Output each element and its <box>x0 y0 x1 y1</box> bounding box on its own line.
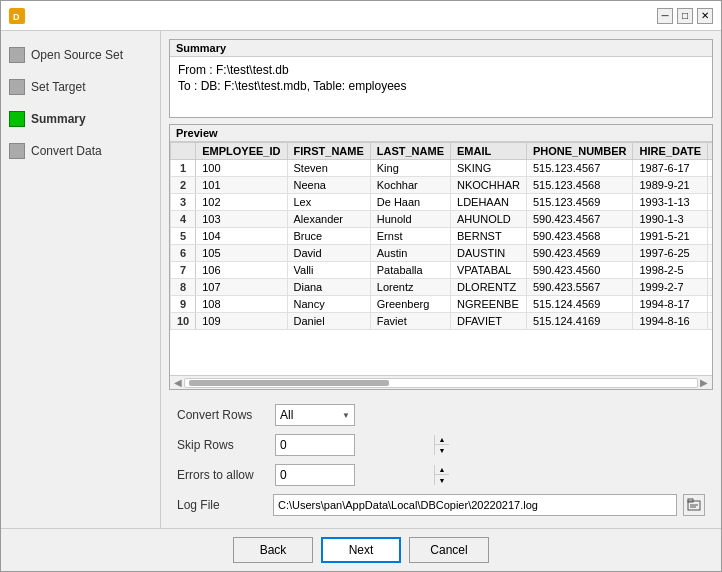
row-cell: Bruce <box>287 228 370 245</box>
main-window: D ─ □ ✕ Open Source Set Set Target Summa… <box>0 0 722 572</box>
skip-rows-spinner-btns: ▲ ▼ <box>434 435 449 455</box>
convert-data-label: Convert Data <box>31 144 102 158</box>
title-bar-controls: ─ □ ✕ <box>657 8 713 24</box>
open-source-icon <box>9 47 25 63</box>
sidebar-item-summary[interactable]: Summary <box>1 103 160 135</box>
skip-rows-label: Skip Rows <box>177 438 267 452</box>
row-cell: Steven <box>287 160 370 177</box>
errors-input[interactable] <box>276 468 434 482</box>
row-cell: NKOCHHAR <box>451 177 527 194</box>
row-cell: 105 <box>196 245 287 262</box>
col-employee-id: EMPLOYEE_ID <box>196 143 287 160</box>
row-cell: IT_P <box>708 245 712 262</box>
convert-data-icon <box>9 143 25 159</box>
table-row: 2101NeenaKochharNKOCHHAR515.123.45681989… <box>171 177 713 194</box>
scroll-right-btn[interactable]: ▶ <box>698 377 710 388</box>
row-cell: NGREENBE <box>451 296 527 313</box>
sidebar-item-set-target[interactable]: Set Target <box>1 71 160 103</box>
cancel-button[interactable]: Cancel <box>409 537 489 563</box>
skip-rows-input[interactable] <box>276 438 434 452</box>
row-cell: Pataballa <box>370 262 450 279</box>
maximize-button[interactable]: □ <box>677 8 693 24</box>
h-scrollbar-thumb <box>189 380 389 386</box>
row-cell: Greenberg <box>370 296 450 313</box>
row-cell: Lex <box>287 194 370 211</box>
row-cell: 101 <box>196 177 287 194</box>
convert-rows-label: Convert Rows <box>177 408 267 422</box>
close-button[interactable]: ✕ <box>697 8 713 24</box>
sidebar: Open Source Set Set Target Summary Conve… <box>1 31 161 528</box>
row-cell: DLORENTZ <box>451 279 527 296</box>
row-cell: VPATABAL <box>451 262 527 279</box>
row-cell: LDEHAAN <box>451 194 527 211</box>
back-button[interactable]: Back <box>233 537 313 563</box>
row-cell: 103 <box>196 211 287 228</box>
scroll-left-btn[interactable]: ◀ <box>172 377 184 388</box>
row-cell: AD_ <box>708 177 712 194</box>
open-source-label: Open Source Set <box>31 48 123 62</box>
row-cell: Lorentz <box>370 279 450 296</box>
col-job: JOB <box>708 143 712 160</box>
row-number: 8 <box>171 279 196 296</box>
row-cell: 104 <box>196 228 287 245</box>
log-file-browse-button[interactable] <box>683 494 705 516</box>
h-scrollbar-track[interactable] <box>184 378 698 388</box>
row-cell: 1997-6-25 <box>633 245 708 262</box>
row-cell: IT_P <box>708 228 712 245</box>
row-cell: Nancy <box>287 296 370 313</box>
row-cell: 1994-8-16 <box>633 313 708 330</box>
errors-spinner[interactable]: ▲ ▼ <box>275 464 355 486</box>
row-cell: Alexander <box>287 211 370 228</box>
skip-rows-spinner[interactable]: ▲ ▼ <box>275 434 355 456</box>
errors-spinner-btns: ▲ ▼ <box>434 465 449 485</box>
row-cell: AD_ <box>708 194 712 211</box>
set-target-icon <box>9 79 25 95</box>
sidebar-item-open-source[interactable]: Open Source Set <box>1 39 160 71</box>
errors-up-btn[interactable]: ▲ <box>435 465 449 475</box>
preview-table-container[interactable]: EMPLOYEE_ID FIRST_NAME LAST_NAME EMAIL P… <box>170 142 712 375</box>
preview-section-title: Preview <box>170 125 712 142</box>
row-cell: David <box>287 245 370 262</box>
row-cell: Kochhar <box>370 177 450 194</box>
convert-rows-select-wrapper[interactable]: All Range ▼ <box>275 404 355 426</box>
log-file-input[interactable] <box>273 494 677 516</box>
sidebar-item-convert-data[interactable]: Convert Data <box>1 135 160 167</box>
convert-rows-row: Convert Rows All Range ▼ <box>169 402 713 428</box>
table-row: 7106ValliPataballaVPATABAL590.423.456019… <box>171 262 713 279</box>
table-header-row: EMPLOYEE_ID FIRST_NAME LAST_NAME EMAIL P… <box>171 143 713 160</box>
row-number: 1 <box>171 160 196 177</box>
row-cell: 590.423.5567 <box>526 279 633 296</box>
skip-rows-down-btn[interactable]: ▼ <box>435 445 449 455</box>
row-cell: 108 <box>196 296 287 313</box>
log-file-row: Log File <box>169 492 713 518</box>
row-cell: 590.423.4569 <box>526 245 633 262</box>
row-cell: 1990-1-3 <box>633 211 708 228</box>
row-cell: FI_A <box>708 313 712 330</box>
horizontal-scrollbar[interactable]: ◀ ▶ <box>170 375 712 389</box>
row-cell: 515.123.4569 <box>526 194 633 211</box>
row-cell: 515.123.4567 <box>526 160 633 177</box>
skip-rows-up-btn[interactable]: ▲ <box>435 435 449 445</box>
row-cell: Hunold <box>370 211 450 228</box>
row-cell: 515.124.4169 <box>526 313 633 330</box>
row-number: 9 <box>171 296 196 313</box>
content-area: Open Source Set Set Target Summary Conve… <box>1 31 721 528</box>
row-cell: 1998-2-5 <box>633 262 708 279</box>
preview-table: EMPLOYEE_ID FIRST_NAME LAST_NAME EMAIL P… <box>170 142 712 330</box>
table-row: 5104BruceErnstBERNST590.423.45681991-5-2… <box>171 228 713 245</box>
row-cell: Neena <box>287 177 370 194</box>
next-button[interactable]: Next <box>321 537 401 563</box>
table-row: 10109DanielFavietDFAVIET515.124.41691994… <box>171 313 713 330</box>
minimize-button[interactable]: ─ <box>657 8 673 24</box>
row-cell: 109 <box>196 313 287 330</box>
row-number: 2 <box>171 177 196 194</box>
main-content: Summary From : F:\test\test.db To : DB: … <box>161 31 721 528</box>
row-cell: IT_P <box>708 279 712 296</box>
row-cell: 1993-1-13 <box>633 194 708 211</box>
errors-down-btn[interactable]: ▼ <box>435 475 449 485</box>
row-cell: 515.124.4569 <box>526 296 633 313</box>
row-number: 5 <box>171 228 196 245</box>
convert-rows-select[interactable]: All Range <box>280 405 350 425</box>
col-phone: PHONE_NUMBER <box>526 143 633 160</box>
errors-row: Errors to allow ▲ ▼ <box>169 462 713 488</box>
